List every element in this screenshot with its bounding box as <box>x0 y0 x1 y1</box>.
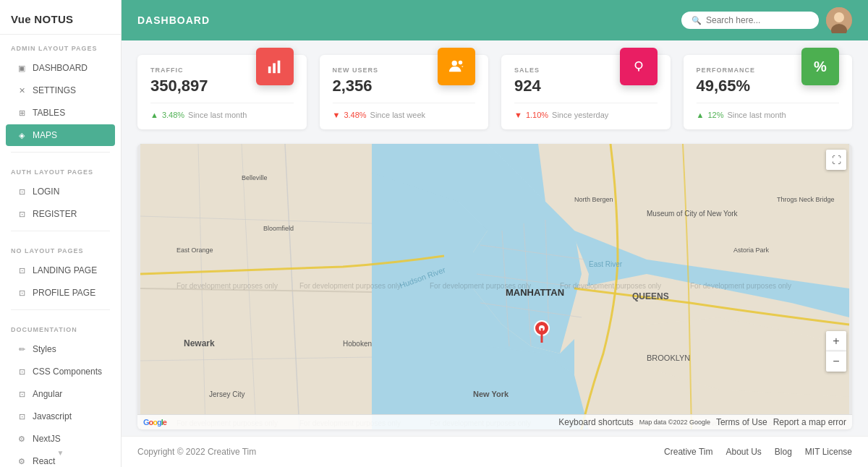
sidebar-divider-0 <box>11 152 110 153</box>
sidebar-icon-maps: ◈ <box>17 130 27 140</box>
sidebar-item-css[interactable]: ⊡CSS Components <box>6 361 115 382</box>
stat-icon-sales <box>620 48 658 85</box>
sidebar-item-styles[interactable]: ✏Styles <box>6 338 115 360</box>
stat-footer-new-users: ▼ 3.48% Since last week <box>333 103 476 119</box>
map-terms-link[interactable]: Terms of Use <box>716 417 767 427</box>
map-bottom-bar: Google Keyboard shortcuts Map data ©2022… <box>137 414 852 429</box>
sidebar-item-label-nextjs: NextJS <box>33 434 61 444</box>
header: DASHBOARD 🔍 <box>122 0 868 40</box>
stat-card-traffic: TRAFFIC 350,897 ▲ 3.48% Since last month <box>137 55 307 129</box>
footer-link-blog[interactable]: Blog <box>775 447 792 457</box>
stat-footer-sales: ▼ 1.10% Since yesterday <box>514 103 658 119</box>
map-keyboard-shortcuts[interactable]: Keyboard shortcuts <box>558 417 633 427</box>
map-report-error-link[interactable]: Report a map error <box>773 417 846 427</box>
sidebar-item-label-angular: Angular <box>33 389 62 399</box>
stat-trend-value-new-users: 3.48% <box>344 111 366 119</box>
avatar[interactable] <box>826 7 852 33</box>
main-area: DASHBOARD 🔍 TRAFFIC 350,897 ▲ <box>122 0 868 467</box>
search-icon: 🔍 <box>692 16 702 25</box>
sidebar-item-javascript[interactable]: ⊡Javascript <box>6 406 115 427</box>
sidebar-item-label-styles: Styles <box>33 344 56 354</box>
svg-point-8 <box>635 62 642 69</box>
svg-text:New York: New York <box>473 390 509 398</box>
map-zoom-in-button[interactable]: + <box>826 331 846 351</box>
sidebar-item-login[interactable]: ⊡LOGIN <box>6 181 115 202</box>
map-fullscreen-button[interactable]: ⛶ <box>826 150 846 170</box>
sidebar-item-angular[interactable]: ⊡Angular <box>6 383 115 405</box>
svg-rect-5 <box>277 61 280 73</box>
sidebar-item-label-landing: LANDING PAGE <box>33 265 97 275</box>
sidebar-icon-landing: ⊡ <box>17 265 27 275</box>
sidebar-item-profile[interactable]: ⊡PROFILE PAGE <box>6 282 115 304</box>
sidebar-icon-angular: ⊡ <box>17 389 27 399</box>
sidebar: Vue NOTUS ADMIN LAYOUT PAGES▣DASHBOARD✕S… <box>0 0 122 467</box>
sidebar-section-label-2: NO LAYOUT PAGES <box>0 237 121 259</box>
map-container: Newark Jersey City MANHATTAN New York QU… <box>137 144 852 429</box>
map-background: Newark Jersey City MANHATTAN New York QU… <box>137 144 852 429</box>
svg-point-1 <box>834 12 844 22</box>
sidebar-section-label-0: ADMIN LAYOUT PAGES <box>0 35 121 56</box>
google-watermark: Google <box>143 418 166 427</box>
footer-link-about-us[interactable]: About Us <box>726 447 761 457</box>
svg-rect-3 <box>268 67 271 73</box>
google-logo: Google <box>143 418 166 427</box>
svg-text:East Orange: East Orange <box>176 247 213 254</box>
svg-text:Hoboken: Hoboken <box>343 340 372 348</box>
sidebar-icon-register: ⊡ <box>17 209 27 219</box>
sidebar-item-tables[interactable]: ⊞TABLES <box>6 102 115 124</box>
stat-trend-icon-new-users: ▼ <box>333 111 341 119</box>
sidebar-divider-2 <box>11 309 110 310</box>
sidebar-section-label-1: AUTH LAYOUT PAGES <box>0 158 121 180</box>
sidebar-item-dashboard[interactable]: ▣DASHBOARD <box>6 57 115 79</box>
stat-trend-icon-performance: ▲ <box>697 111 705 119</box>
sidebar-icon-dashboard: ▣ <box>17 63 27 73</box>
sidebar-icon-javascript: ⊡ <box>17 411 27 421</box>
svg-text:Newark: Newark <box>184 338 215 348</box>
stat-icon-performance: % <box>801 48 839 85</box>
svg-text:For development purposes only: For development purposes only <box>690 282 791 290</box>
search-box[interactable]: 🔍 <box>681 12 819 29</box>
stat-footer-traffic: ▲ 3.48% Since last month <box>150 103 294 119</box>
svg-text:Throgs Neck Bridge: Throgs Neck Bridge <box>777 196 835 203</box>
sidebar-item-label-settings: SETTINGS <box>33 85 76 95</box>
footer-link-mit-license[interactable]: MIT License <box>805 447 852 457</box>
sidebar-item-landing[interactable]: ⊡LANDING PAGE <box>6 260 115 281</box>
search-input[interactable] <box>706 15 809 25</box>
stat-card-performance: PERFORMANCE 49,65% % ▲ 12% Since last mo… <box>684 55 853 129</box>
stat-trend-text-performance: Since last month <box>727 111 786 119</box>
stat-trend-text-sales: Since yesterday <box>552 111 608 119</box>
sidebar-item-register[interactable]: ⊡REGISTER <box>6 203 115 225</box>
svg-point-7 <box>459 61 463 65</box>
footer-link-creative-tim[interactable]: Creative Tim <box>664 447 712 457</box>
sidebar-item-label-profile: PROFILE PAGE <box>33 288 95 298</box>
sidebar-icon-settings: ✕ <box>17 85 27 95</box>
sidebar-item-maps[interactable]: ◈MAPS <box>6 124 115 146</box>
svg-text:For development purposes only: For development purposes only <box>176 282 278 290</box>
svg-text:Bloomfield: Bloomfield <box>263 225 294 232</box>
header-right: 🔍 <box>681 7 852 33</box>
stat-icon-new-users <box>438 48 475 85</box>
svg-text:East River: East River <box>589 260 623 268</box>
stat-footer-performance: ▲ 12% Since last month <box>697 103 840 119</box>
sidebar-item-settings[interactable]: ✕SETTINGS <box>6 80 115 101</box>
stat-trend-value-traffic: 3.48% <box>162 111 184 119</box>
map-zoom-out-button[interactable]: − <box>826 351 846 372</box>
svg-text:Jersey City: Jersey City <box>209 390 244 398</box>
sidebar-divider-1 <box>11 231 110 231</box>
svg-text:Museum of City of New York: Museum of City of New York <box>647 210 739 218</box>
sidebar-item-label-tables: TABLES <box>33 108 65 118</box>
stat-trend-value-sales: 1.10% <box>526 111 548 119</box>
sidebar-icon-styles: ✏ <box>17 344 27 354</box>
stat-icon-traffic <box>256 48 294 85</box>
sidebar-section-label-3: DOCUMENTATION <box>0 316 121 338</box>
stat-trend-text-traffic: Since last month <box>188 111 247 119</box>
footer-copyright: Copyright © 2022 Creative Tim <box>137 447 256 457</box>
stat-trend-icon-sales: ▼ <box>514 111 522 119</box>
page-title: DASHBOARD <box>137 14 210 26</box>
svg-text:For development purposes only: For development purposes only <box>430 282 531 290</box>
footer-links: Creative TimAbout UsBlogMIT License <box>664 447 852 457</box>
map-svg: Newark Jersey City MANHATTAN New York QU… <box>137 144 852 429</box>
sidebar-icon-nextjs: ⚙ <box>17 434 27 444</box>
sidebar-item-label-dashboard: DASHBOARD <box>33 63 88 73</box>
sidebar-item-label-register: REGISTER <box>33 209 77 219</box>
